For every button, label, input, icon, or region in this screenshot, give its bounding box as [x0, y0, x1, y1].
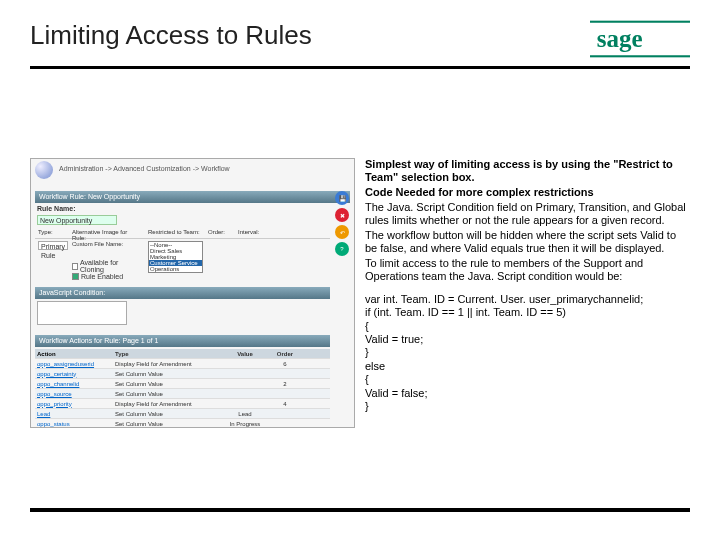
para-valid-flag: The workflow button will be hidden where…: [365, 229, 690, 255]
field-body-row: Primary Rule Custom File Name: Available…: [35, 241, 330, 281]
svg-text:sage: sage: [597, 25, 643, 52]
globe-icon: [35, 161, 53, 179]
workflow-actions-table: Action Type Value Order oppo_assigneduse…: [35, 349, 330, 428]
rule-name-value: New Opportunity: [37, 215, 117, 225]
table-row: oppo_assigneduseridDisplay Field for Ame…: [35, 359, 330, 369]
table-row: oppo_priorityDisplay Field for Amendment…: [35, 399, 330, 409]
footer-rule: [30, 508, 690, 512]
custom-file-label: Custom File Name:: [72, 241, 142, 247]
intro-code-needed: Code Needed for more complex restriction…: [365, 186, 690, 199]
rule-enabled-checkbox[interactable]: Rule Enabled: [72, 273, 123, 280]
admin-screenshot: Administration -> Advanced Customization…: [30, 158, 355, 428]
cancel-icon[interactable]: ↶: [335, 225, 349, 239]
sage-logo: sage: [590, 20, 690, 62]
help-icon[interactable]: ?: [335, 242, 349, 256]
restrict-to-team-select[interactable]: --None-- Direct Sales Marketing Customer…: [148, 241, 203, 273]
svg-rect-1: [590, 55, 690, 57]
explanatory-text: Simplest way of limiting access is by us…: [365, 158, 690, 428]
workflow-actions-title: Workflow Actions for Rule: Page 1 of 1: [35, 335, 330, 347]
type-select[interactable]: Primary Rule: [38, 241, 68, 250]
panel-title: Workflow Rule: New Opportunity: [35, 191, 350, 203]
table-row: oppo_sourceSet Column Value: [35, 389, 330, 399]
breadcrumb: Administration -> Advanced Customization…: [59, 165, 230, 172]
para-js-condition: The Java. Script Condition field on Prim…: [365, 201, 690, 227]
table-row: oppo_statusSet Column ValueIn Progress: [35, 419, 330, 428]
para-limit-teams: To limit access to the rule to members o…: [365, 257, 690, 283]
svg-rect-0: [590, 21, 690, 23]
delete-icon[interactable]: ✖: [335, 208, 349, 222]
rule-name-label: Rule Name:: [37, 205, 76, 212]
table-row: oppo_certaintySet Column Value: [35, 369, 330, 379]
intro-simplest: Simplest way of limiting access is by us…: [365, 158, 690, 184]
table-row: oppo_channelidSet Column Value2: [35, 379, 330, 389]
code-snippet: var int. Team. ID = Current. User. user_…: [365, 293, 690, 414]
js-condition-field[interactable]: [37, 301, 127, 325]
table-row: LeadSet Column ValueLead: [35, 409, 330, 419]
js-condition-title: JavaScript Condition:: [35, 287, 330, 299]
save-icon[interactable]: 💾: [335, 191, 349, 205]
field-header-row: Type: Alternative Image for Rule: Restri…: [35, 229, 330, 239]
header-rule: [30, 66, 690, 69]
available-cloning-checkbox[interactable]: Available for Cloning: [72, 259, 132, 273]
